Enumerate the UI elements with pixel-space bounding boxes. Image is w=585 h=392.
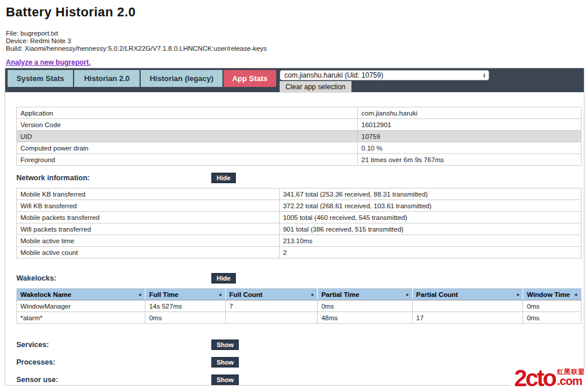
- wakelock-row: *alarm* 0ms 48ms 17 0ms: [17, 312, 581, 324]
- network-section-header: Network information: Hide: [16, 173, 581, 183]
- net-label-cell: Mobile packets transferred: [17, 212, 280, 223]
- app-select-value: com.jianshu.haruki (Uid: 10759): [284, 71, 383, 79]
- info-label-cell: Application: [17, 107, 358, 119]
- app-container: System Stats Historian 2.0 Historian (le…: [5, 68, 584, 386]
- sort-icon: ◆: [517, 291, 520, 298]
- sort-column-partial-time[interactable]: Partial Time◆: [318, 289, 412, 300]
- table-row: Mobile KB transferred 341.67 total (253.…: [17, 188, 581, 200]
- net-label-cell: Mobile active count: [17, 247, 280, 258]
- wakelock-cell: 17: [412, 312, 523, 324]
- wakelock-row: WindowManager 14s 527ms 7 0ms 0ms: [17, 300, 581, 312]
- wakelock-cell: 14s 527ms: [145, 300, 225, 312]
- wakelock-cell: 0ms: [145, 312, 225, 324]
- wakelock-cell: 0ms: [523, 300, 581, 312]
- net-value-cell: 2: [279, 247, 581, 258]
- wakelock-cell: WindowManager: [17, 300, 145, 312]
- net-value-cell: 372.22 total (268.61 received, 103.61 tr…: [279, 200, 581, 212]
- table-row: Mobile packets transferred 1005 total (4…: [17, 212, 581, 223]
- sort-column-full-count[interactable]: Full Count◆: [225, 289, 318, 300]
- sensor-use-show-button[interactable]: Show: [211, 374, 239, 385]
- network-heading: Network information:: [16, 174, 211, 182]
- net-value-cell: 1005 total (460 received, 545 transmitte…: [279, 212, 581, 223]
- processes-section-header: Processes: Show: [16, 357, 581, 368]
- info-label-cell: Version Code: [17, 119, 358, 131]
- network-table: Mobile KB transferred 341.67 total (253.…: [16, 188, 581, 258]
- app-stats-content: Application com.jianshu.haruki Version C…: [5, 92, 584, 385]
- processes-heading: Processes:: [16, 358, 211, 366]
- build-line: Build: Xiaomi/hennessy/hennessy:5.0.2/LR…: [6, 45, 585, 52]
- wakelock-cell: 0ms: [318, 300, 412, 312]
- clear-app-selection-button[interactable]: Clear app selection: [280, 81, 351, 93]
- net-value-cell: 213.10ms: [279, 235, 581, 247]
- table-row: Version Code 16012901: [17, 119, 581, 131]
- table-row: Foreground 21 times over 6m 9s 767ms: [17, 154, 581, 166]
- table-row: Mobile active time 213.10ms: [17, 235, 581, 247]
- tab-system-stats[interactable]: System Stats: [8, 70, 73, 87]
- tab-bar: System Stats Historian 2.0 Historian (le…: [5, 68, 584, 92]
- net-label-cell: Mobile KB transferred: [17, 188, 280, 200]
- info-value-cell: 21 times over 6m 9s 767ms: [358, 154, 581, 166]
- file-line: File: bugreport.txt: [6, 30, 585, 37]
- table-row: Mobile active count 2: [17, 247, 581, 258]
- wakelock-cell: [225, 312, 318, 324]
- watermark-logo: 2cto 红黑联盟 .com: [511, 368, 585, 388]
- page-title: Battery Historian 2.0: [6, 5, 585, 20]
- logo-right-block: 红黑联盟 .com: [557, 368, 585, 387]
- column-label: Partial Count: [416, 291, 458, 298]
- analyze-new-bugreport-link[interactable]: Analyze a new bugreport.: [6, 58, 90, 66]
- network-hide-button[interactable]: Hide: [211, 173, 236, 183]
- sort-icon: ◆: [574, 291, 577, 298]
- table-row: Application com.jianshu.haruki: [17, 107, 581, 119]
- wakelock-cell: *alarm*: [17, 312, 145, 324]
- wakelock-cell: 0ms: [523, 312, 581, 324]
- app-info-table: Application com.jianshu.haruki Version C…: [16, 107, 581, 166]
- net-label-cell: Mobile active time: [17, 235, 280, 247]
- table-row: Wifi packets transferred 901 total (386 …: [17, 223, 581, 235]
- logo-brand-text: 2cto: [514, 368, 555, 388]
- sensor-use-heading: Sensor use:: [16, 376, 211, 384]
- sort-column-wakelock-name[interactable]: Wakelock Name◆: [17, 289, 145, 300]
- wakelocks-heading: Wakelocks:: [16, 274, 211, 282]
- wakelock-cell: [412, 300, 523, 312]
- wakelocks-hide-button[interactable]: Hide: [211, 273, 236, 284]
- tab-historian-legacy[interactable]: Historian (legacy): [141, 70, 222, 87]
- net-label-cell: Wifi KB transferred: [17, 200, 280, 212]
- sort-icon: ◆: [406, 291, 409, 298]
- net-value-cell: 341.67 total (253.36 received, 88.31 tra…: [279, 188, 581, 200]
- app-select-dropdown[interactable]: com.jianshu.haruki (Uid: 10759) ▲ ▼: [280, 70, 489, 80]
- wakelocks-header-row: Wakelock Name◆ Full Time◆ Full Count◆ Pa…: [17, 289, 581, 300]
- report-meta: File: bugreport.txt Device: Redmi Note 3…: [6, 30, 585, 52]
- info-label-cell: Foreground: [17, 154, 358, 166]
- sort-icon: ◆: [311, 291, 314, 298]
- services-section-header: Services: Show: [16, 340, 581, 350]
- sort-icon: ◆: [219, 291, 222, 298]
- info-value-cell: 0.10 %: [358, 142, 581, 154]
- net-label-cell: Wifi packets transferred: [17, 223, 280, 235]
- sensor-use-section-header: Sensor use: Show: [16, 374, 581, 385]
- column-label: Full Time: [149, 291, 178, 298]
- tab-historian-2[interactable]: Historian 2.0: [74, 70, 140, 87]
- column-label: Full Count: [229, 291, 263, 298]
- info-value-cell: 16012901: [358, 119, 581, 131]
- sort-icon: ◆: [139, 291, 142, 298]
- sort-column-partial-count[interactable]: Partial Count◆: [412, 289, 523, 300]
- info-label-cell: Computed power drain: [17, 142, 358, 154]
- logo-tld: .com: [557, 376, 585, 387]
- column-label: Partial Time: [321, 291, 359, 298]
- table-row: Computed power drain 0.10 %: [17, 142, 581, 154]
- services-show-button[interactable]: Show: [211, 340, 239, 350]
- collapsed-sections: Services: Show Processes: Show Sensor us…: [16, 340, 581, 385]
- page-header: Battery Historian 2.0 File: bugreport.tx…: [0, 0, 585, 75]
- app-selector: com.jianshu.haruki (Uid: 10759) ▲ ▼ Clea…: [280, 70, 489, 93]
- services-heading: Services:: [16, 341, 211, 349]
- processes-show-button[interactable]: Show: [211, 357, 239, 368]
- net-value-cell: 901 total (386 received, 515 transmitted…: [279, 223, 581, 235]
- tab-app-stats[interactable]: App Stats: [224, 70, 276, 87]
- device-line: Device: Redmi Note 3: [6, 37, 585, 45]
- sort-column-full-time[interactable]: Full Time◆: [145, 289, 225, 300]
- info-value-cell: 10759: [358, 131, 581, 142]
- wakelock-cell: 7: [225, 300, 318, 312]
- arrow-down-icon: ▼: [483, 75, 486, 78]
- column-label: Wakelock Name: [20, 291, 71, 298]
- sort-column-window-time[interactable]: Window Time◆: [523, 289, 581, 300]
